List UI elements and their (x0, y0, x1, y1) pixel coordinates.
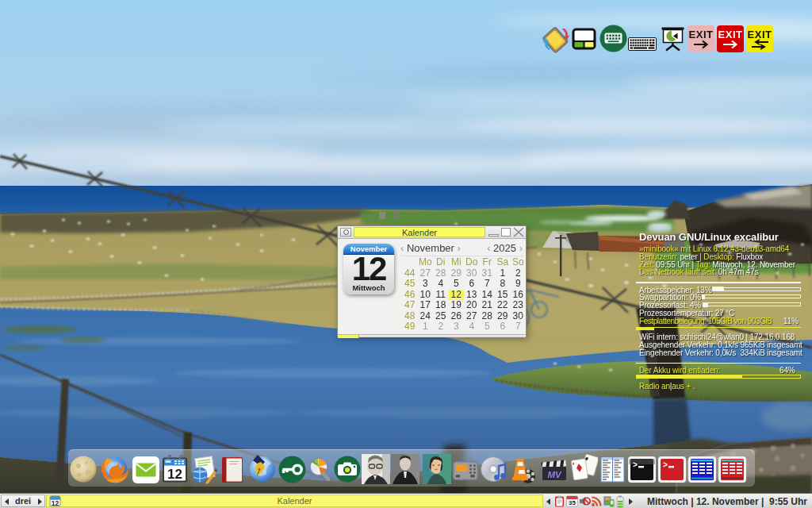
svg-text:12: 12 (167, 467, 182, 482)
svg-text:>: > (663, 461, 668, 470)
svg-text:>: > (633, 461, 638, 470)
svg-text:35: 35 (569, 499, 576, 506)
svg-text:MV: MV (547, 470, 562, 479)
